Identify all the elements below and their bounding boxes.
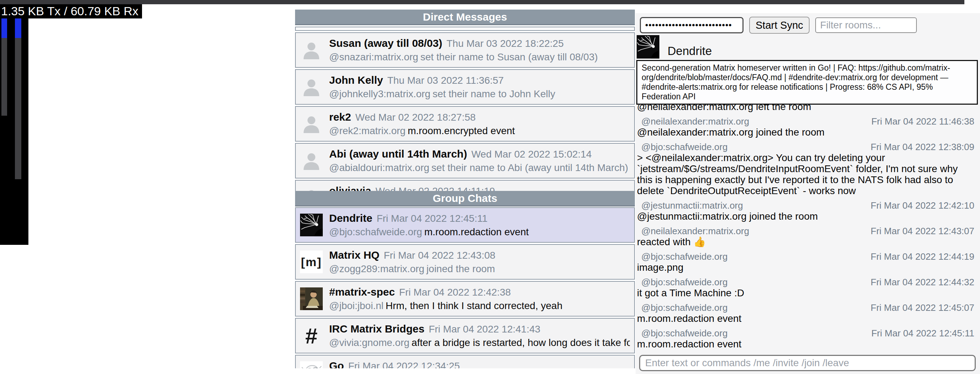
room-preview-text: set their name to John Kelly <box>433 88 555 99</box>
room-list-item[interactable]: Susan (away till 08/03)Thu Mar 03 2022 1… <box>295 32 635 68</box>
person-icon <box>300 186 323 191</box>
person-icon <box>300 149 323 172</box>
room-preview-sender: @abialdouri:matrix.org <box>329 162 429 173</box>
message-timeline: @neilalexander:matrix.org Fri Mar 04 202… <box>636 88 980 354</box>
room-timestamp: Fri Mar 04 2022 12:45:11 <box>377 213 487 224</box>
message-body: m.room.redaction event <box>636 313 974 324</box>
message-timestamp: Fri Mar 04 2022 12:38:09 <box>871 142 974 152</box>
matrix-spec-room-photo <box>300 287 323 310</box>
empty-room-row <box>295 27 635 31</box>
chat-message: @bjo:schafweide.org Fri Mar 04 2022 12:4… <box>636 302 974 324</box>
room-avatar <box>300 214 323 236</box>
room-list-item[interactable]: #matrix-specFri Mar 04 2022 12:42:38 @jb… <box>295 281 635 317</box>
room-title: Susan (away till 08/03) <box>329 37 442 49</box>
room-title: IRC Matrix Bridges <box>329 323 424 334</box>
go-gopher-image <box>300 361 323 368</box>
room-preview-text: set their name to Abi (away until 14th M… <box>431 162 628 173</box>
room-preview-text: set their name to Susan (away till 08/03… <box>420 51 598 62</box>
room-timestamp: Fri Mar 04 2022 12:41:43 <box>429 323 540 334</box>
message-timestamp: Fri Mar 04 2022 11:46:38 <box>871 116 974 127</box>
message-timestamp: Fri Mar 04 2022 12:45:11 <box>871 328 974 339</box>
message-sender: @bjo:schafweide.org <box>641 251 727 262</box>
room-title: Go <box>329 360 344 368</box>
message-body: @neilalexander:matrix.org joined the roo… <box>636 127 974 138</box>
start-sync-button[interactable]: Start Sync <box>749 17 810 34</box>
room-timestamp: Fri Mar 04 2022 12:42:38 <box>399 287 511 298</box>
chat-message: @bjo:schafweide.org Fri Mar 04 2022 12:4… <box>636 277 974 298</box>
room-preview-text: joined the room <box>426 263 495 274</box>
room-timestamp: Fri Mar 04 2022 12:34:25 <box>348 361 460 368</box>
group-chats-list: DendriteFri Mar 04 2022 12:45:11 @bjo:sc… <box>295 206 635 368</box>
room-preview-sender: @bjo:schafweide.org <box>329 227 422 238</box>
dendrite-room-image <box>636 35 659 59</box>
room-timestamp: Thu Mar 03 2022 11:36:57 <box>387 75 504 86</box>
message-sender: @bjo:schafweide.org <box>641 277 727 287</box>
person-icon <box>300 76 323 98</box>
message-body: image.png <box>636 262 974 273</box>
person-icon <box>300 39 323 62</box>
room-title: Dendrite <box>329 212 372 224</box>
message-composer-input[interactable] <box>639 355 976 371</box>
room-list-item[interactable]: rek2Wed Mar 02 2022 18:27:58 @rek2:matri… <box>295 106 635 142</box>
direct-messages-list: Susan (away till 08/03)Thu Mar 03 2022 1… <box>295 25 635 191</box>
message-timestamp: Fri Mar 04 2022 12:43:07 <box>871 226 974 236</box>
room-preview-sender: @snazari:matrix.org <box>329 51 418 62</box>
room-title: oliviavia <box>329 185 371 191</box>
room-avatar <box>300 113 323 135</box>
message-timestamp: Fri Mar 04 2022 12:45:07 <box>871 302 974 313</box>
message-timestamp: Fri Mar 04 2022 12:42:10 <box>871 200 974 211</box>
room-preview-sender: @rek2:matrix.org <box>329 125 406 136</box>
room-lists-panel: Direct Messages <box>295 10 635 368</box>
room-avatar <box>300 186 323 191</box>
room-avatar: [m] <box>300 250 323 273</box>
room-title: John Kelly <box>329 74 383 86</box>
message-sender: @neilalexander:matrix.org <box>641 116 749 127</box>
room-title: Matrix HQ <box>329 249 380 261</box>
room-list-item[interactable]: [m] <box>295 244 635 280</box>
room-title: #matrix-spec <box>329 286 395 298</box>
direct-messages-header: Direct Messages <box>295 10 635 25</box>
network-stats-label: 1.35 KB Tx / 60.79 KB Rx <box>0 4 142 19</box>
access-token-input[interactable] <box>640 17 743 33</box>
message-body: m.room.redaction event <box>636 339 974 350</box>
chat-message: @neilalexander:matrix.org Fri Mar 04 202… <box>636 226 974 247</box>
room-avatar: # <box>300 324 323 347</box>
room-preview-sender: @jboi:jboi.nl <box>329 300 383 311</box>
room-list-item[interactable]: Abi (away until 14th March)Wed Mar 02 20… <box>295 143 635 179</box>
room-avatar <box>300 287 323 310</box>
message-sender: @jestunmactii:matrix.org <box>641 200 743 211</box>
dendrite-room-image <box>300 214 323 236</box>
group-chats-header: Group Chats <box>295 191 635 206</box>
room-list-item[interactable]: DendriteFri Mar 04 2022 12:45:11 @bjo:sc… <box>295 207 635 243</box>
room-list-item[interactable]: oliviaviaWed Mar 02 2022 14:11:19 <box>295 180 635 191</box>
room-timestamp: Wed Mar 02 2022 18:27:58 <box>355 112 476 123</box>
room-preview-sender: @vivia:gnome.org <box>329 337 409 348</box>
room-preview-text: Hrm, then I think I stand corrected, yea… <box>386 300 562 311</box>
network-usage-graph <box>0 15 29 245</box>
message-body: > <@neilalexander:matrix.org> You can tr… <box>636 152 974 196</box>
person-icon <box>300 113 323 135</box>
chat-message: @jestunmactii:matrix.org Fri Mar 04 2022… <box>636 200 974 222</box>
room-list-item[interactable]: GoFri Mar 04 2022 12:34:25 <box>295 355 635 368</box>
filter-rooms-input[interactable] <box>815 17 917 33</box>
network-graph-bar-tx <box>2 15 7 245</box>
room-list-item[interactable]: # <box>295 318 635 353</box>
room-preview-text: m.room.encrypted event <box>407 125 515 136</box>
room-avatar <box>300 361 323 368</box>
chat-message: @bjo:schafweide.org Fri Mar 04 2022 12:4… <box>636 251 974 273</box>
room-list-item[interactable]: John KellyThu Mar 03 2022 11:36:57 @john… <box>295 69 635 105</box>
message-body: reacted with 👍 <box>636 236 974 247</box>
room-avatar <box>300 39 323 62</box>
chat-message: @bjo:schafweide.org Fri Mar 04 2022 12:4… <box>636 328 974 350</box>
room-avatar <box>300 76 323 98</box>
room-timestamp: Wed Mar 02 2022 14:11:19 <box>375 185 495 191</box>
room-avatar-glyph: [m] <box>300 250 323 273</box>
room-preview-text: m.room.redaction event <box>424 227 529 238</box>
chat-message: @neilalexander:matrix.org Fri Mar 04 202… <box>636 116 974 138</box>
chat-message: @bjo:schafweide.org Fri Mar 04 2022 12:3… <box>636 142 974 196</box>
room-avatar-glyph: # <box>300 324 323 347</box>
room-topic: Second-generation Matrix homeserver writ… <box>636 60 978 105</box>
room-title: rek2 <box>329 111 351 123</box>
message-sender: @neilalexander:matrix.org <box>641 226 749 236</box>
message-timestamp: Fri Mar 04 2022 12:44:32 <box>871 277 974 287</box>
